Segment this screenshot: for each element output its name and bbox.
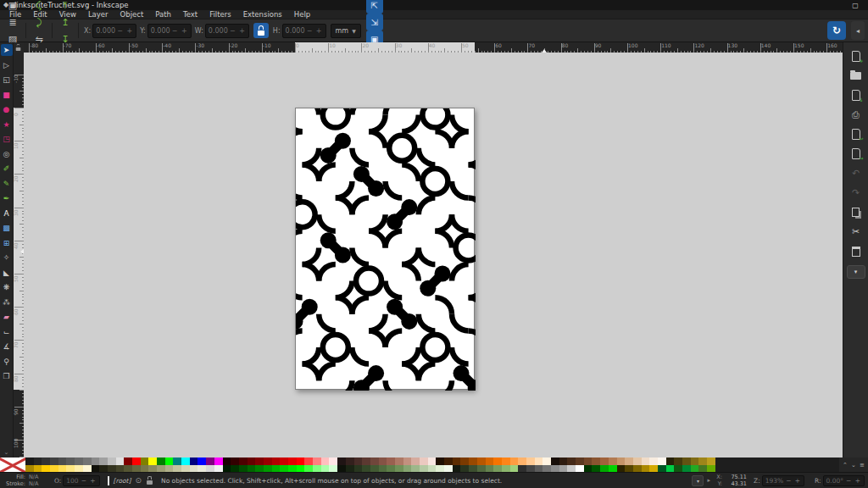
palette-swatch[interactable] (379, 458, 387, 465)
palette-swatch[interactable] (707, 465, 715, 473)
no-color-swatch[interactable] (0, 458, 25, 472)
palette-swatch[interactable] (288, 465, 297, 473)
palette-swatch[interactable] (510, 465, 519, 473)
scale-stroke-toggle[interactable]: ⇱ (366, 0, 383, 14)
palette-swatch[interactable] (58, 465, 67, 473)
dropper-tool[interactable]: ✧ (1, 252, 13, 263)
palette-swatch[interactable] (148, 465, 157, 473)
raise-to-top-button[interactable]: ⤒ (57, 0, 74, 14)
palette-swatch[interactable] (542, 465, 551, 473)
export-button[interactable]: ↪ (847, 145, 865, 163)
palette-swatch[interactable] (337, 465, 346, 473)
palette-swatch[interactable] (559, 458, 568, 465)
y-value[interactable]: 0.000 (151, 27, 172, 35)
box-3d-tool[interactable]: ◳ (1, 133, 13, 145)
current-layer-name[interactable]: [root] (114, 477, 131, 485)
palette-swatch[interactable] (337, 458, 346, 465)
x-value[interactable]: 0.000 (96, 27, 117, 35)
palette-swatch[interactable] (658, 465, 666, 473)
palette-swatch[interactable] (502, 458, 510, 465)
snap-collapse-button[interactable]: ◂ (851, 21, 865, 40)
redo-button[interactable]: ↷ (847, 184, 865, 202)
pencil-tool[interactable]: ✎ (1, 178, 13, 190)
palette-swatch[interactable] (428, 465, 437, 473)
x-field[interactable]: X: 0.000 − + (84, 24, 136, 38)
palette-swatch[interactable] (444, 465, 453, 473)
palette-swatch[interactable] (551, 458, 559, 465)
palette-swatch[interactable] (486, 458, 494, 465)
palette-swatch[interactable] (124, 458, 132, 465)
tweak-tool[interactable]: ❋ (1, 281, 13, 293)
palette-swatch[interactable] (403, 465, 412, 473)
palette-swatch[interactable] (165, 465, 174, 473)
palette-swatch[interactable] (649, 458, 658, 465)
palette-swatch[interactable] (411, 458, 420, 465)
palette-swatch[interactable] (567, 458, 576, 465)
palette-swatch[interactable] (346, 465, 354, 473)
palette-swatch[interactable] (617, 458, 626, 465)
palette-swatch[interactable] (436, 458, 444, 465)
palette-swatch[interactable] (691, 458, 699, 465)
node-tool[interactable]: ▷ (1, 59, 13, 71)
palette-swatch[interactable] (535, 458, 543, 465)
palette-swatch[interactable] (370, 458, 379, 465)
palette-swatch[interactable] (682, 465, 691, 473)
palette-swatch[interactable] (99, 465, 108, 473)
open-document-button[interactable] (847, 67, 865, 85)
palette-swatch[interactable] (584, 465, 593, 473)
palette-swatch[interactable] (486, 465, 494, 473)
menu-filters[interactable]: Filters (203, 10, 236, 19)
status-dropdown-button[interactable]: ▾ (692, 475, 704, 486)
ellipse-tool[interactable]: ● (1, 103, 13, 115)
rotate-ccw-button[interactable]: ⤹ (31, 0, 47, 14)
palette-swatch[interactable] (206, 458, 214, 465)
zoom-field[interactable]: Z: 193% − + (754, 475, 804, 486)
palette-swatch[interactable] (313, 458, 321, 465)
marker-tool[interactable]: ✐ (1, 163, 13, 175)
spiral-tool[interactable]: ◎ (1, 148, 13, 160)
toolbox-scroll-indicator[interactable]: ⌄ (4, 449, 9, 458)
palette-swatch[interactable] (502, 465, 510, 473)
vertical-ruler[interactable]: -100102030405060708090100 (14, 53, 24, 458)
palette-swatch[interactable] (248, 465, 256, 473)
palette-swatch[interactable] (92, 458, 100, 465)
palette-swatch[interactable] (198, 465, 206, 473)
palette-swatch[interactable] (272, 465, 281, 473)
palette-swatch[interactable] (666, 458, 675, 465)
palette-swatch[interactable] (132, 465, 141, 473)
palette-swatch[interactable] (75, 458, 83, 465)
undo-button[interactable]: ↶ (847, 164, 865, 182)
pages-tool[interactable]: ❐ (1, 370, 13, 382)
menu-extensions[interactable]: Extensions (237, 10, 288, 19)
palette-swatch[interactable] (264, 458, 272, 465)
opacity-field[interactable]: O: 100 − + (54, 475, 100, 486)
palette-swatch[interactable] (691, 465, 699, 473)
palette-swatch[interactable] (526, 465, 535, 473)
palette-swatch[interactable] (411, 465, 420, 473)
width-field[interactable]: W: 0.000 − + (195, 24, 249, 38)
palette-swatch[interactable] (453, 465, 461, 473)
cut-button[interactable]: ✂ (847, 223, 865, 241)
rotation-value[interactable]: 0.00° (826, 477, 843, 485)
palette-swatch[interactable] (658, 458, 666, 465)
raise-button[interactable]: ↥ (57, 14, 74, 30)
palette-swatch[interactable] (674, 458, 682, 465)
palette-swatch[interactable] (157, 458, 165, 465)
palette-swatch[interactable] (321, 465, 330, 473)
palette-swatch[interactable] (190, 465, 198, 473)
palette-swatch[interactable] (132, 458, 141, 465)
height-value[interactable]: 0.000 (286, 27, 307, 35)
palette-swatch[interactable] (493, 458, 502, 465)
measure-tool[interactable]: ∡ (1, 341, 13, 352)
palette-swatch[interactable] (362, 465, 370, 473)
y-stepper[interactable]: − + (172, 27, 188, 35)
palette-swatch[interactable] (173, 458, 181, 465)
palette-swatch[interactable] (642, 458, 650, 465)
palette-swatch[interactable] (436, 465, 444, 473)
horizontal-ruler[interactable]: -80-70-60-50-40-30-20-100102030405060708… (24, 42, 843, 53)
palette-swatch[interactable] (255, 458, 264, 465)
palette-swatch[interactable] (165, 458, 174, 465)
ruler-corner-lock[interactable] (14, 42, 24, 53)
palette-swatch[interactable] (83, 465, 92, 473)
menu-help[interactable]: Help (288, 10, 316, 19)
